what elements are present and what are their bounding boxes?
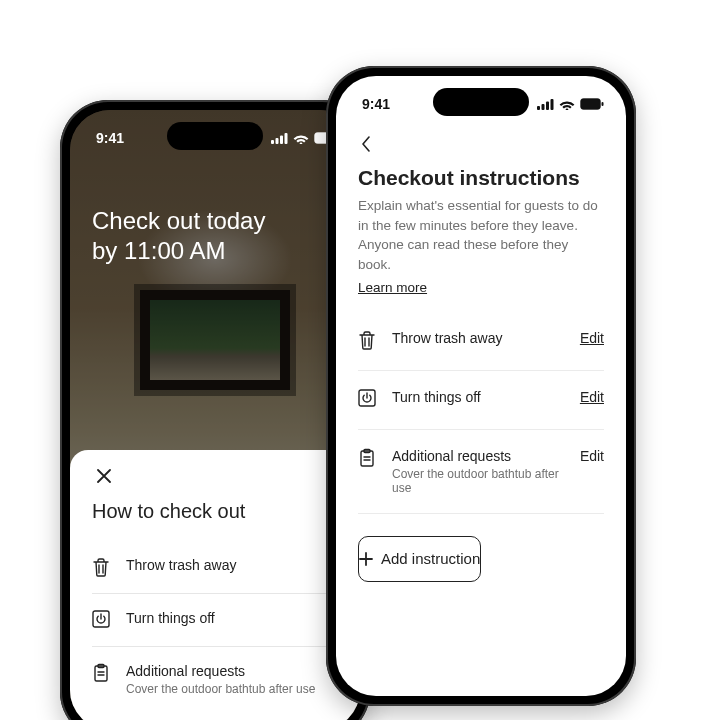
page-description: Explain what's essential for guests to d…: [336, 196, 626, 298]
wifi-icon: [293, 133, 309, 144]
trash-icon: [358, 330, 378, 352]
item-label: Throw trash away: [126, 557, 338, 573]
cellular-icon: [537, 99, 554, 110]
cellular-icon: [271, 133, 288, 144]
svg-rect-12: [546, 101, 549, 110]
wifi-icon: [559, 99, 575, 110]
instruction-sublabel: Cover the outdoor bathtub after use: [392, 467, 566, 495]
plus-icon: [359, 552, 373, 566]
add-instruction-button[interactable]: Add instruction: [358, 536, 481, 582]
guest-checklist: Throw trash away Turn things off: [92, 541, 338, 712]
dynamic-island: [433, 88, 529, 116]
svg-rect-18: [361, 451, 373, 466]
status-time: 9:41: [96, 130, 124, 146]
svg-rect-0: [271, 140, 274, 144]
description-text: Explain what's essential for guests to d…: [358, 198, 598, 272]
hero-line-2: by 11:00 AM: [92, 236, 338, 266]
instruction-row: Additional requests Cover the outdoor ba…: [358, 430, 604, 514]
clipboard-icon: [358, 448, 378, 470]
checkout-hero: Check out today by 11:00 AM: [92, 206, 338, 266]
sheet-title: How to check out: [92, 500, 338, 523]
svg-rect-15: [582, 100, 599, 108]
instruction-row: Throw trash away Edit: [358, 312, 604, 371]
svg-rect-13: [551, 99, 554, 110]
chevron-left-icon: [361, 136, 371, 152]
trash-icon: [92, 557, 112, 577]
learn-more-link[interactable]: Learn more: [358, 278, 427, 298]
power-icon: [92, 610, 112, 630]
svg-rect-16: [602, 102, 604, 106]
item-sublabel: Cover the outdoor bathtub after use: [126, 682, 338, 696]
svg-rect-10: [537, 106, 540, 110]
close-icon: [97, 469, 111, 483]
host-content: Checkout instructions Explain what's ess…: [336, 76, 626, 696]
close-button[interactable]: [92, 464, 116, 488]
list-item: Turn things off: [92, 594, 338, 647]
list-item: Throw trash away: [92, 541, 338, 594]
instruction-row: Turn things off Edit: [358, 371, 604, 430]
guest-phone: 9:41 Check out today by 11:00 AM How to …: [60, 100, 370, 720]
edit-button[interactable]: Edit: [580, 448, 604, 464]
item-label: Turn things off: [126, 610, 338, 626]
svg-rect-8: [95, 666, 107, 681]
svg-rect-2: [280, 135, 283, 144]
host-phone: 9:41 Checkout instructions Explain what'…: [326, 66, 636, 706]
status-time: 9:41: [362, 96, 390, 112]
list-item: Additional requests Cover the outdoor ba…: [92, 647, 338, 712]
battery-icon: [580, 98, 604, 110]
svg-rect-3: [285, 133, 288, 144]
host-screen: 9:41 Checkout instructions Explain what'…: [336, 76, 626, 696]
edit-button[interactable]: Edit: [580, 330, 604, 346]
instruction-label: Additional requests: [392, 448, 566, 464]
instruction-label: Turn things off: [392, 389, 566, 405]
edit-button[interactable]: Edit: [580, 389, 604, 405]
add-instruction-label: Add instruction: [381, 550, 480, 567]
page-title: Checkout instructions: [336, 160, 626, 196]
dynamic-island: [167, 122, 263, 150]
svg-rect-1: [276, 138, 279, 144]
back-button[interactable]: [354, 132, 378, 156]
svg-rect-11: [542, 104, 545, 110]
item-label: Additional requests: [126, 663, 338, 679]
guest-screen: 9:41 Check out today by 11:00 AM How to …: [70, 110, 360, 720]
hero-line-1: Check out today: [92, 206, 338, 236]
instruction-label: Throw trash away: [392, 330, 566, 346]
instruction-list: Throw trash away Edit Turn things off Ed…: [336, 312, 626, 514]
checkout-sheet: How to check out Throw trash away Tu: [70, 450, 360, 720]
power-icon: [358, 389, 378, 411]
clipboard-icon: [92, 663, 112, 683]
